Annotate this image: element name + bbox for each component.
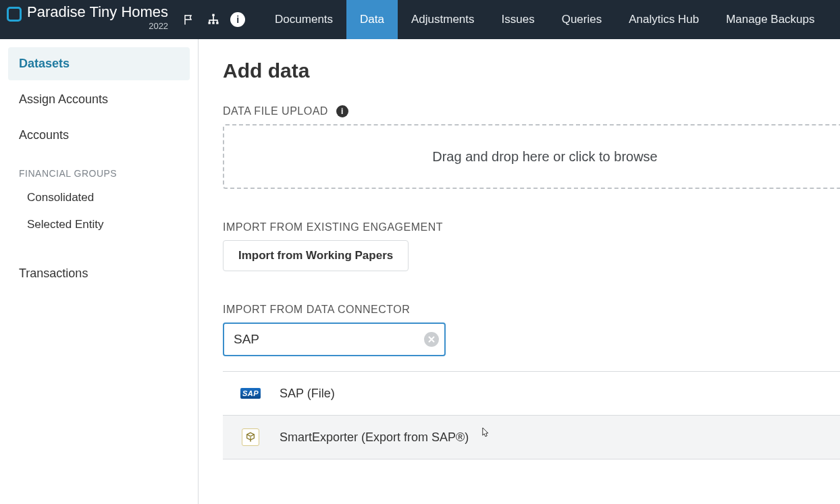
connector-search-input[interactable]	[223, 323, 446, 356]
brand-title: Paradise Tiny Homes	[27, 4, 168, 20]
nav-adjustments[interactable]: Adjustments	[398, 0, 488, 39]
hierarchy-icon[interactable]	[206, 12, 221, 27]
top-nav: Documents Data Adjustments Issues Querie…	[261, 0, 828, 39]
sidebar-item-consolidated[interactable]: Consolidated	[8, 184, 190, 211]
topbar: Paradise Tiny Homes 2022 i Documents Dat…	[0, 0, 840, 39]
sidebar-group-header: FINANCIAL GROUPS	[8, 155, 190, 184]
sidebar-item-accounts[interactable]: Accounts	[8, 119, 190, 152]
connector-results: SAP SAP (File) SmartExporter (Export fro…	[223, 371, 840, 459]
main-content: Add data DATA FILE UPLOAD i Drag and dro…	[199, 39, 840, 504]
brand-block[interactable]: Paradise Tiny Homes 2022	[0, 0, 178, 39]
connector-search-wrap	[223, 323, 446, 356]
sidebar: Datasets Assign Accounts Accounts FINANC…	[0, 39, 199, 504]
svg-rect-1	[209, 22, 211, 24]
file-dropzone[interactable]: Drag and drop here or click to browse	[223, 124, 840, 189]
sidebar-item-assign-accounts[interactable]: Assign Accounts	[8, 83, 190, 116]
dropzone-text: Drag and drop here or click to browse	[432, 149, 658, 165]
clear-search-icon[interactable]	[424, 332, 439, 347]
upload-section-label: DATA FILE UPLOAD i	[223, 105, 840, 117]
app-logo-icon	[7, 7, 22, 22]
engagement-section-label: IMPORT FROM EXISTING ENGAGEMENT	[223, 221, 840, 233]
info-icon[interactable]: i	[230, 12, 245, 27]
mouse-cursor-icon	[479, 426, 490, 440]
svg-rect-2	[212, 22, 214, 24]
import-working-papers-button[interactable]: Import from Working Papers	[223, 240, 409, 271]
page-title: Add data	[223, 59, 840, 82]
result-label: SAP (File)	[280, 387, 335, 401]
connector-label-text: IMPORT FROM DATA CONNECTOR	[223, 304, 410, 316]
brand-text: Paradise Tiny Homes 2022	[27, 4, 168, 31]
connector-section-label: IMPORT FROM DATA CONNECTOR	[223, 304, 840, 316]
sidebar-item-datasets[interactable]: Datasets	[8, 47, 190, 80]
engagement-label-text: IMPORT FROM EXISTING ENGAGEMENT	[223, 221, 443, 233]
header-icon-group: i	[178, 0, 261, 39]
nav-analytics-hub[interactable]: Analytics Hub	[615, 0, 712, 39]
brand-year: 2022	[149, 22, 168, 31]
upload-label-text: DATA FILE UPLOAD	[223, 105, 328, 117]
svg-rect-0	[212, 14, 214, 16]
svg-rect-3	[216, 22, 218, 24]
sidebar-item-selected-entity[interactable]: Selected Entity	[8, 211, 190, 238]
info-icon[interactable]: i	[336, 105, 348, 117]
result-label: SmartExporter (Export from SAP®)	[280, 430, 469, 445]
connector-result-smartexporter[interactable]: SmartExporter (Export from SAP®)	[223, 416, 840, 459]
nav-data[interactable]: Data	[346, 0, 398, 39]
layout: Datasets Assign Accounts Accounts FINANC…	[0, 39, 840, 504]
nav-issues[interactable]: Issues	[488, 0, 548, 39]
smartexporter-cube-icon	[240, 428, 261, 447]
nav-manage-backups[interactable]: Manage Backups	[712, 0, 828, 39]
connector-result-sap-file[interactable]: SAP SAP (File)	[223, 372, 840, 416]
nav-documents[interactable]: Documents	[261, 0, 346, 39]
flag-icon[interactable]	[182, 12, 196, 27]
nav-queries[interactable]: Queries	[548, 0, 616, 39]
sidebar-item-transactions[interactable]: Transactions	[8, 256, 190, 287]
sap-logo-icon: SAP	[240, 384, 261, 403]
